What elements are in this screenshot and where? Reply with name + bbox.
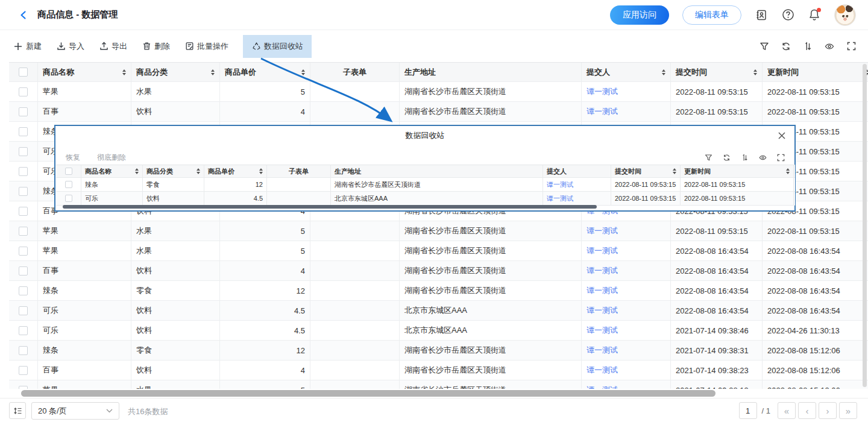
new-button[interactable]: 新建 (13, 41, 42, 52)
sort-icon[interactable] (782, 168, 790, 174)
vertical-scrollbar[interactable] (863, 64, 867, 387)
sort-order-icon[interactable] (741, 154, 749, 162)
submitter-link[interactable]: 谭一测试 (587, 225, 618, 236)
table-row[interactable]: 百事饮料4湖南省长沙市岳麓区天顶街道谭一测试2022-08-08 16:43:5… (9, 261, 868, 281)
refresh-icon[interactable] (781, 42, 791, 51)
horizontal-scrollbar[interactable] (21, 390, 715, 397)
row-checkbox[interactable] (19, 306, 28, 315)
row-checkbox[interactable] (19, 346, 28, 355)
batch-operation-button[interactable]: 批量操作 (184, 41, 228, 52)
filter-icon[interactable] (705, 154, 712, 162)
back-chevron-icon (18, 10, 29, 20)
submitter-link[interactable]: 谭一测试 (547, 180, 573, 189)
fullscreen-icon[interactable] (846, 42, 856, 51)
row-checkbox[interactable] (65, 181, 72, 188)
table-cell: 谭一测试 (582, 281, 671, 300)
recycle-bin-button[interactable]: 数据回收站 (243, 35, 312, 58)
address-book-icon[interactable] (755, 8, 768, 22)
row-checkbox[interactable] (19, 167, 28, 176)
row-checkbox[interactable] (19, 286, 28, 295)
table-row[interactable]: 百事饮料4湖南省长沙市岳麓区天顶街道谭一测试2022-08-11 09:53:1… (9, 102, 868, 122)
eye-icon[interactable] (825, 42, 834, 51)
eye-icon[interactable] (759, 154, 767, 162)
row-checkbox[interactable] (19, 366, 28, 375)
row-checkbox[interactable] (65, 195, 72, 202)
select-all-checkbox[interactable] (19, 68, 28, 77)
table-row[interactable]: 可乐饮料4.5北京市东城区AAA谭一测试2022-08-11 09:53:152… (56, 192, 795, 206)
row-checkbox[interactable] (19, 207, 28, 216)
table-row[interactable]: 可乐饮料4.5北京市东城区AAA谭一测试2022-08-08 16:43:542… (9, 301, 868, 321)
row-checkbox[interactable] (19, 227, 28, 236)
sort-icon[interactable] (669, 168, 676, 174)
submitter-link[interactable]: 谭一测试 (547, 194, 573, 203)
table-row[interactable]: 苹果水果5湖南省长沙市岳麓区天顶街道谭一测试2022-08-11 09:53:1… (9, 82, 868, 102)
sort-icon[interactable] (119, 69, 126, 75)
close-icon[interactable] (778, 131, 786, 140)
table-cell: 4 (220, 361, 310, 380)
sort-order-icon[interactable] (803, 42, 813, 51)
table-row[interactable]: 苹果水果5湖南省长沙市岳麓区天顶街道谭一测试2022-08-08 16:43:5… (9, 241, 868, 261)
delete-button[interactable]: 删除 (142, 41, 170, 52)
notification-bell-icon[interactable] (808, 8, 821, 22)
sort-icon[interactable] (256, 168, 263, 174)
row-checkbox[interactable] (19, 266, 28, 276)
back-button[interactable] (18, 10, 29, 20)
submitter-link[interactable]: 谭一测试 (587, 106, 618, 117)
app-access-button[interactable]: 应用访问 (610, 5, 669, 25)
submitter-link[interactable]: 谭一测试 (587, 285, 618, 296)
table-row[interactable]: 苹果水果5湖南省长沙市岳麓区天顶街道谭一测试2021-07-14 09:38:1… (9, 380, 868, 389)
filter-icon[interactable] (760, 42, 769, 51)
current-page-box[interactable]: 1 (739, 402, 757, 419)
row-checkbox[interactable] (19, 127, 28, 136)
restore-button[interactable]: 恢复 (66, 153, 80, 163)
purge-button[interactable]: 彻底删除 (97, 153, 126, 163)
table-cell: 湖南省长沙市岳麓区天顶街道 (400, 102, 582, 121)
table-row[interactable]: 百事饮料4湖南省长沙市岳麓区天顶街道谭一测试2021-07-14 09:38:2… (9, 361, 868, 380)
select-all-checkbox[interactable] (65, 168, 72, 175)
row-checkbox[interactable] (19, 247, 28, 256)
export-button[interactable]: 导出 (99, 41, 127, 52)
sort-icon[interactable] (207, 69, 215, 75)
fullscreen-icon[interactable] (777, 154, 785, 162)
table-row[interactable]: 苹果水果5湖南省长沙市岳麓区天顶街道谭一测试2022-08-11 09:53:1… (9, 221, 868, 241)
modal-horizontal-scrollbar[interactable] (63, 205, 597, 209)
next-page-button[interactable]: › (819, 402, 837, 419)
import-button[interactable]: 导入 (56, 41, 84, 52)
row-checkbox[interactable] (19, 326, 28, 335)
table-cell: 谭一测试 (582, 261, 671, 280)
sort-icon[interactable] (298, 69, 305, 75)
sort-icon[interactable] (658, 69, 665, 75)
sort-icon[interactable] (131, 168, 139, 174)
page-size-select[interactable]: 20 条/页 (31, 402, 119, 420)
help-icon[interactable] (781, 8, 794, 22)
checkbox-cell (9, 162, 38, 181)
sort-icon[interactable] (750, 69, 757, 75)
row-height-button[interactable] (9, 402, 26, 419)
row-checkbox[interactable] (19, 147, 28, 156)
user-avatar[interactable] (834, 4, 856, 26)
table-row[interactable]: 可乐饮料4.5北京市东城区AAA谭一测试2021-07-14 09:38:462… (9, 321, 868, 341)
submitter-link[interactable]: 谭一测试 (587, 325, 618, 336)
last-page-button[interactable]: » (839, 402, 857, 419)
table-cell: 饮料 (131, 301, 220, 320)
row-checkbox[interactable] (19, 107, 28, 116)
sort-icon[interactable] (193, 168, 200, 174)
table-row[interactable]: 辣条零食12湖南省长沙市岳麓区天顶街道谭一测试2022-08-08 16:43:… (9, 281, 868, 301)
refresh-icon[interactable] (723, 154, 731, 162)
row-checkbox[interactable] (19, 87, 28, 96)
prev-page-button[interactable]: ‹ (798, 402, 816, 419)
first-page-button[interactable]: « (778, 402, 796, 419)
submitter-link[interactable]: 谭一测试 (587, 385, 618, 389)
table-cell (310, 341, 400, 360)
table-row[interactable]: 辣条零食12湖南省长沙市岳麓区天顶街道谭一测试2022-08-11 09:53:… (56, 178, 795, 192)
submitter-link[interactable]: 谭一测试 (587, 265, 618, 276)
submitter-link[interactable]: 谭一测试 (587, 245, 618, 256)
row-checkbox[interactable] (19, 187, 28, 196)
submitter-link[interactable]: 谭一测试 (587, 345, 618, 356)
row-checkbox[interactable] (19, 386, 28, 389)
submitter-link[interactable]: 谭一测试 (587, 365, 618, 376)
submitter-link[interactable]: 谭一测试 (587, 305, 618, 316)
submitter-link[interactable]: 谭一测试 (587, 86, 618, 97)
edit-form-button[interactable]: 编辑表单 (682, 5, 741, 25)
table-row[interactable]: 辣条零食12湖南省长沙市岳麓区天顶街道谭一测试2021-07-14 09:38:… (9, 341, 868, 361)
